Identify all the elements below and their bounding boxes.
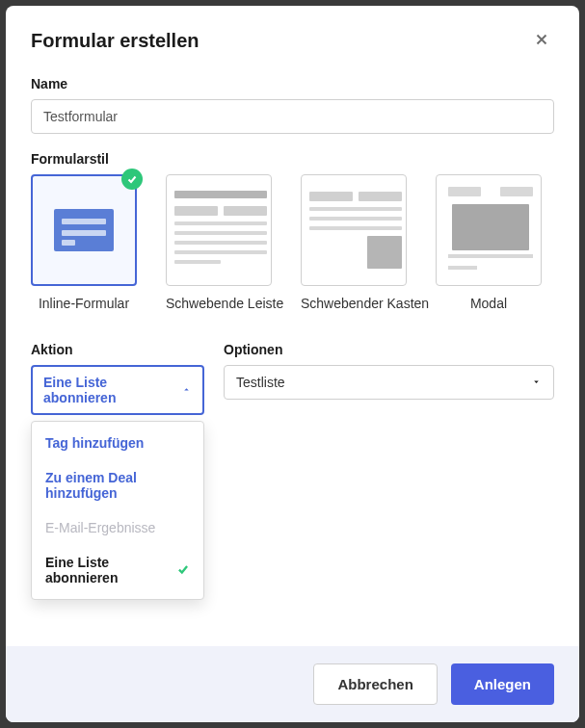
form-style-item: Schwebender Kasten (301, 174, 407, 311)
dialog-footer: Abbrechen Anlegen (6, 646, 579, 722)
close-button[interactable] (529, 27, 554, 55)
dialog-title: Formular erstellen (31, 30, 199, 52)
form-style-item: Schwebende Leiste (166, 174, 272, 311)
action-selected-value: Eine Liste abonnieren (43, 375, 181, 405)
floating-bar-thumbnail (174, 191, 267, 270)
check-icon (121, 169, 143, 190)
modal-thumbnail (444, 183, 537, 277)
form-style-label: Formularstil (31, 151, 554, 167)
create-form-dialog: Formular erstellen Name Formularstil Inl… (6, 6, 579, 722)
action-options-row: Aktion Eine Liste abonnieren Tag hinzufü… (31, 342, 554, 415)
close-icon (533, 37, 550, 51)
name-label: Name (31, 76, 554, 91)
action-option-tag-hinzufuegen[interactable]: Tag hinzufügen (32, 426, 203, 460)
style-option-inline[interactable] (31, 174, 137, 286)
style-option-label: Inline-Formular (31, 296, 137, 311)
form-style-options: Inline-Formular Schwebende Leiste (31, 174, 554, 311)
action-dropdown: Tag hinzufügen Zu einem Deal hinzufügen … (31, 421, 204, 600)
dialog-header: Formular erstellen (6, 6, 579, 72)
options-label: Optionen (224, 342, 554, 357)
style-option-modal[interactable] (436, 174, 542, 286)
action-option-email-ergebnisse[interactable]: E-Mail-Ergebnisse (32, 510, 203, 545)
style-option-label: Schwebender Kasten (301, 296, 407, 311)
dropdown-item-label: Zu einem Deal hinzufügen (45, 470, 190, 501)
style-option-label: Schwebende Leiste (166, 296, 272, 311)
dialog-body: Name Formularstil Inline-Formular (6, 72, 579, 646)
caret-up-icon (181, 382, 192, 398)
form-style-item: Modal (436, 174, 542, 311)
form-style-item: Inline-Formular (31, 174, 137, 311)
style-option-floating-bar[interactable] (166, 174, 272, 286)
options-selected-value: Testliste (236, 375, 285, 390)
dropdown-item-label: E-Mail-Ergebnisse (45, 520, 155, 535)
action-label: Aktion (31, 342, 204, 357)
action-select[interactable]: Eine Liste abonnieren (31, 365, 204, 415)
action-option-deal-hinzufuegen[interactable]: Zu einem Deal hinzufügen (32, 460, 203, 510)
floating-box-thumbnail (309, 192, 402, 269)
action-option-liste-abonnieren[interactable]: Eine Liste abonnieren (32, 545, 203, 595)
cancel-button[interactable]: Abbrechen (313, 663, 437, 705)
inline-thumbnail (54, 209, 114, 251)
dropdown-item-label: Eine Liste abonnieren (45, 555, 176, 585)
options-select[interactable]: Testliste (224, 365, 554, 400)
name-input[interactable] (31, 99, 554, 134)
style-option-label: Modal (436, 296, 542, 311)
dropdown-item-label: Tag hinzufügen (45, 435, 144, 451)
style-option-floating-box[interactable] (301, 174, 407, 286)
check-icon (176, 562, 190, 579)
submit-button[interactable]: Anlegen (451, 663, 554, 705)
action-column: Aktion Eine Liste abonnieren Tag hinzufü… (31, 342, 204, 415)
caret-down-icon (531, 375, 542, 390)
options-column: Optionen Testliste (224, 342, 554, 415)
